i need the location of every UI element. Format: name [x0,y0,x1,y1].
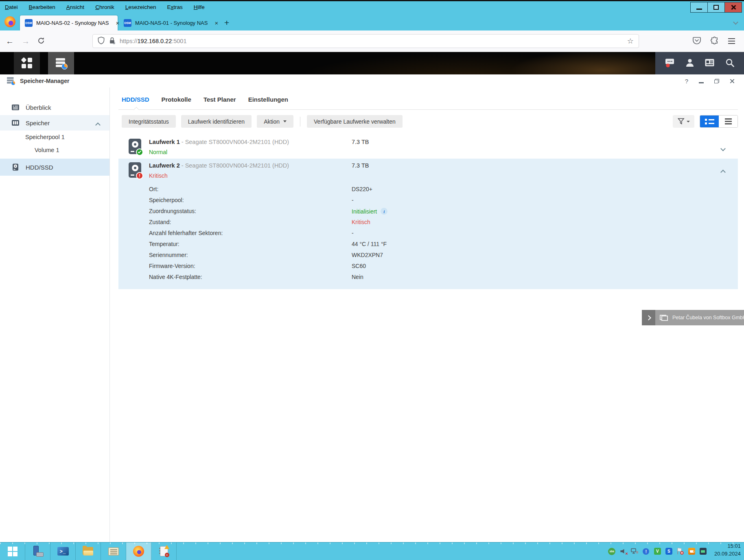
close-button[interactable] [724,2,742,13]
sidebar-item-label: HDD/SSD [26,164,53,171]
hdd-drive-icon: ! [129,162,143,179]
taskbar-button-server-manager[interactable] [25,543,50,560]
url-bar[interactable]: https://192.168.0.22:5001 ☆ [92,34,639,48]
tab-einstellungen[interactable]: Einstellungen [248,94,288,109]
menu-bearbeiten[interactable]: Bearbeiten [29,4,55,10]
drive-status: Normal [149,149,167,155]
menu-datei[interactable]: Datei [5,4,18,10]
remote-session-label: Petar Čubela von Softbox GmbH [672,315,744,320]
chevron-up-icon[interactable] [721,168,725,176]
detail-label: Temperatur: [149,241,179,247]
forward-button[interactable]: → [22,37,30,45]
tray-flag-alert-icon[interactable] [676,547,684,555]
action-dropdown-button[interactable]: Aktion [257,115,293,128]
sidebar-item-speicherpool-1[interactable]: Speicherpool 1 [0,131,109,144]
storage-manager-taskbar-button[interactable] [48,52,74,74]
clock-date: 20.09.2024 [714,550,741,558]
clock-time: 15:01 [714,543,741,550]
drive-row-header[interactable]: Laufwerk 1 - Seagate ST8000VN004-2M2101 … [118,135,738,159]
notifications-icon[interactable] [664,57,675,70]
dsm-taskbar [0,52,744,74]
overlay-expand-button[interactable] [642,310,655,325]
detail-label: Native 4K-Festplatte: [149,274,202,280]
drive-size: 7.3 TB [352,139,369,145]
menu-hilfe[interactable]: Hilfe [194,4,205,10]
back-button[interactable]: ← [6,37,14,45]
pocket-icon[interactable] [693,37,701,46]
drive-size: 7.3 TB [352,162,369,169]
taskbar-button-firefox[interactable] [126,543,151,560]
tray-java-updater-icon[interactable] [688,547,696,555]
restore-button[interactable] [707,2,725,13]
window-minimize-button[interactable] [699,82,704,83]
taskbar-button-document-viewer[interactable] [101,543,126,560]
firefox-icon [4,16,15,27]
manage-available-drives-button[interactable]: Verfügbare Laufwerke verwalten [307,115,403,128]
tray-sbs-badge-icon[interactable]: sbs [608,547,616,555]
user-account-icon[interactable] [685,57,695,70]
taskbar-clock[interactable]: 15:01 20.09.2024 [714,543,744,560]
sidebar-item-berblick[interactable]: Überblick [0,100,109,115]
browser-tab[interactable]: DSMMAIO-NAS-01 - Synology NAS× [119,15,217,31]
minimize-button[interactable] [690,2,708,13]
window-titlebar[interactable]: Speicher-Manager ? [0,74,744,87]
dsm-topbar-icons [655,52,744,74]
tray-antivirus-v-icon[interactable]: V [654,547,661,555]
document-viewer-icon [108,547,119,556]
taskbar-button-powershell[interactable]: >_ [50,543,76,560]
integrity-status-button[interactable]: Integritätsstatus [122,115,176,128]
shield-icon[interactable] [98,37,105,46]
app-menu-icon[interactable] [728,38,735,44]
chevron-up-icon[interactable] [96,121,100,128]
taskbar-button-windows-start[interactable] [0,543,25,560]
tab-protokolle[interactable]: Protokolle [162,94,191,109]
tab-test-planer[interactable]: Test Planer [204,94,236,109]
list-all-tabs-button[interactable] [734,18,737,26]
detail-label: Speicherpool: [149,197,184,203]
tray-notify-alert-icon[interactable]: ! [642,547,650,555]
filter-button[interactable] [673,115,694,128]
taskbar-button-event-viewer[interactable]: × [151,543,177,560]
reload-button[interactable] [37,37,45,46]
help-button[interactable]: ? [685,78,688,85]
widgets-icon[interactable] [704,57,715,70]
menu-extras[interactable]: Extras [167,4,183,10]
detail-row: Zustand: Kritisch [118,217,738,228]
sidebar-item-volume-1[interactable]: Volume 1 [0,144,109,157]
tray-sophos-s-icon[interactable]: S [665,547,673,555]
window-close-button[interactable] [730,78,735,83]
browser-tab[interactable]: DSMMAIO-NAS-02 - Synology NAS× [20,15,118,31]
tab-close-icon[interactable]: × [214,20,218,26]
window-restore-button[interactable] [714,79,719,83]
menu-lesezeichen[interactable]: Lesezeichen [125,4,156,10]
taskbar-button-file-explorer[interactable] [76,543,101,560]
sidebar-item-hdd-ssd[interactable]: HDD/SSD [0,159,109,176]
identify-drive-button[interactable]: Laufwerk identifizieren [181,115,252,128]
funnel-icon [678,118,685,125]
tray-teamviewer-icon[interactable] [699,547,707,555]
compact-view-button[interactable] [719,115,737,127]
view-toggle-group [700,115,738,128]
lock-icon[interactable] [109,37,115,46]
new-tab-button[interactable]: + [224,18,229,27]
sidebar-item-label: Speicherpool 1 [25,134,65,140]
detail-value: - [352,197,354,203]
tray-network-status-icon[interactable] [631,547,639,555]
menu-ansicht[interactable]: Ansicht [66,4,84,10]
detail-label: Seriennummer: [149,252,188,258]
bookmark-star-icon[interactable]: ☆ [627,37,634,46]
extensions-puzzle-icon[interactable] [711,37,718,46]
toolbar-separator [300,117,300,126]
menu-chronik[interactable]: Chronik [95,4,114,10]
tray-volume-muted-icon[interactable]: × [619,547,627,555]
caret-down-icon [687,121,690,122]
list-view-button[interactable] [700,115,719,127]
chevron-down-icon[interactable] [721,145,725,152]
detail-label: Zustand: [149,219,171,225]
detail-value: WKD2XPN7 [352,252,383,258]
search-icon[interactable] [724,57,735,70]
sidebar-item-speicher[interactable]: Speicher [0,115,109,131]
drive-row-header[interactable]: ! Laufwerk 2 - Seagate ST8000VN004-2M210… [118,159,738,184]
info-icon[interactable]: i [381,208,387,215]
main-menu-button[interactable] [14,52,40,74]
